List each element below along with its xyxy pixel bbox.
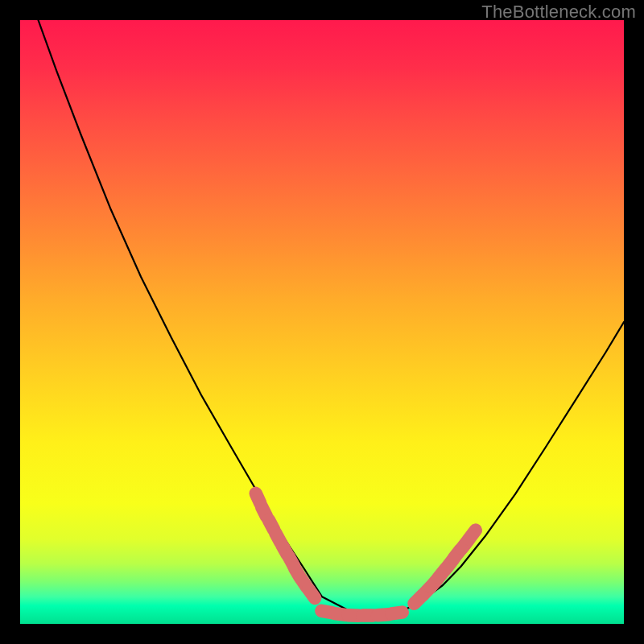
curve-layer: [20, 20, 624, 624]
data-dot: [469, 530, 476, 539]
plot-area: [20, 20, 624, 624]
bottleneck-curve: [39, 20, 625, 616]
data-dot: [308, 589, 315, 598]
data-dot: [391, 613, 402, 614]
chart-stage: TheBottleneck.com: [0, 0, 644, 644]
data-dots: [256, 493, 476, 616]
